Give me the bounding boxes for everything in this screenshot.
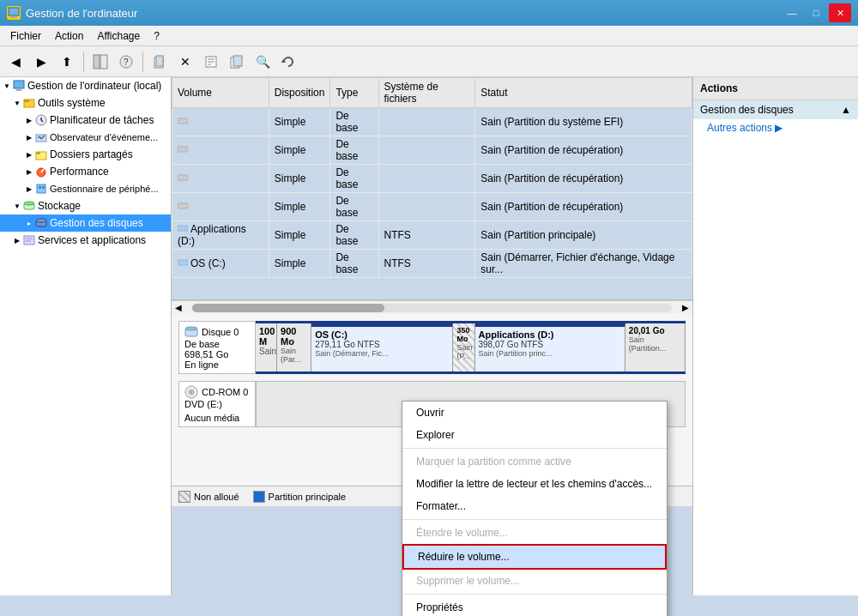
scroll-thumb[interactable] [192, 304, 384, 312]
table-row[interactable]: Simple De base Sain (Partition de récupé… [172, 165, 692, 193]
up-button[interactable]: ⬆ [55, 50, 79, 74]
properties-button[interactable] [199, 50, 223, 74]
show-hide-button[interactable] [88, 50, 112, 74]
help-button[interactable]: ? [114, 50, 138, 74]
actions-autres-arrow: ▶ [775, 122, 782, 134]
cell-statut: Sain (Partition de récupération) [475, 136, 692, 165]
sidebar-services[interactable]: ▶ Services et applications [0, 232, 171, 249]
delete-button[interactable]: ✕ [173, 50, 197, 74]
cell-volume [172, 165, 269, 193]
partition-apps[interactable]: Applications (D:) 398,07 Go NTFS Sain (P… [475, 323, 625, 371]
minimize-button[interactable]: — [781, 3, 803, 22]
col-fs[interactable]: Système de fichiers [378, 78, 475, 108]
cdrom0-name: CD-ROM 0 [202, 387, 248, 397]
actions-section-label: Gestion des disques [700, 104, 794, 116]
sidebar-gestion-disques[interactable]: ▸ Gestion des disques [0, 214, 171, 232]
svg-point-36 [36, 219, 46, 222]
menu-fichier[interactable]: Fichier [3, 28, 48, 44]
partition-900mo[interactable]: 900 Mo Sain (Par... [277, 323, 311, 371]
planif-arrow[interactable]: ▶ [24, 115, 34, 125]
actions-autres[interactable]: Autres actions ▶ [693, 119, 858, 136]
perf-arrow[interactable]: ▶ [24, 166, 34, 177]
sidebar-planificateur[interactable]: ▶ Planificateur de tâches [0, 112, 171, 129]
disk-table: Volume Disposition Type Système de fichi… [172, 77, 692, 278]
context-menu-item: Supprimer le volume... [402, 570, 667, 592]
partition-20go[interactable]: 20,01 Go Sain (Partition... [625, 323, 686, 371]
partition-100m[interactable]: 100 M Sain [256, 323, 277, 371]
partition-os[interactable]: OS (C:) 279,11 Go NTFS Sain (Démarrer, F… [311, 323, 453, 371]
window-controls[interactable]: — □ ✕ [781, 3, 851, 22]
sidebar-serv-label: Services et applications [38, 234, 146, 246]
actions-collapse-icon[interactable]: ▲ [841, 104, 851, 116]
disk-arrow[interactable]: ▸ [24, 218, 34, 228]
serv-arrow[interactable]: ▶ [12, 235, 22, 245]
legend-non-alloue: Non alloué [178, 491, 239, 503]
export-button[interactable] [148, 50, 172, 74]
svg-rect-1 [10, 16, 17, 18]
close-button[interactable]: ✕ [829, 3, 851, 22]
context-menu-item[interactable]: Réduire le volume... [402, 544, 667, 570]
table-row[interactable]: Applications (D:) Simple De base NTFS Sa… [172, 221, 692, 250]
cell-disposition: Simple [269, 250, 330, 278]
table-row[interactable]: Simple De base Sain (Partition de récupé… [172, 193, 692, 221]
sidebar-outils-systeme[interactable]: ▼ Outils système [0, 94, 171, 112]
svg-rect-45 [178, 260, 188, 265]
disk-icon [34, 216, 48, 230]
sidebar-performance[interactable]: ▶ Performance [0, 163, 171, 180]
scroll-track[interactable] [192, 304, 672, 312]
forward-button[interactable]: ▶ [29, 50, 53, 74]
disk0-status: En ligne [184, 359, 250, 370]
col-type[interactable]: Type [330, 78, 378, 108]
sidebar-observateur[interactable]: ▶ Observateur d'événeme... [0, 129, 171, 146]
col-disposition[interactable]: Disposition [269, 78, 330, 108]
cell-disposition: Simple [269, 193, 330, 221]
cell-disposition: Simple [269, 136, 330, 165]
menu-help[interactable]: ? [147, 28, 166, 44]
context-menu-item[interactable]: Formater... [402, 495, 667, 517]
scroll-right[interactable]: ▶ [679, 303, 692, 312]
menu-affichage[interactable]: Affichage [90, 28, 147, 44]
maximize-button[interactable]: □ [805, 3, 827, 22]
sidebar-stockage[interactable]: ▼ Stockage [0, 197, 171, 214]
table-row[interactable]: Simple De base Sain (Partition du systèm… [172, 108, 692, 136]
cell-type: De base [330, 165, 378, 193]
actions-header: Actions [693, 77, 858, 100]
svg-text:?: ? [124, 57, 129, 67]
obs-arrow[interactable]: ▶ [24, 132, 34, 142]
context-menu-item[interactable]: Propriétés [402, 596, 667, 616]
sep1 [83, 51, 84, 72]
col-volume[interactable]: Volume [172, 78, 269, 108]
col-statut[interactable]: Statut [475, 78, 692, 108]
back-button[interactable]: ◀ [3, 50, 27, 74]
doss-arrow[interactable]: ▶ [24, 149, 34, 160]
copy-button[interactable] [225, 50, 249, 74]
search-button[interactable]: 🔍 [251, 50, 275, 74]
cell-fs [378, 165, 475, 193]
context-menu-item[interactable]: Modifier la lettre de lecteur et les che… [402, 473, 667, 495]
context-menu-item[interactable]: Ouvrir [402, 402, 667, 424]
root-arrow[interactable]: ▼ [2, 81, 12, 91]
cell-statut: Sain (Démarrer, Fichier d'échange, Vidag… [475, 250, 692, 278]
sidebar-gestionnaire[interactable]: ▶ Gestionnaire de périphé... [0, 180, 171, 197]
stock-arrow[interactable]: ▼ [12, 201, 22, 211]
h-scrollbar[interactable]: ◀ ▶ [172, 300, 692, 314]
context-menu-item[interactable]: Explorer [402, 424, 667, 446]
refresh-button[interactable] [276, 50, 300, 74]
context-menu-item: Étendre le volume... [402, 522, 667, 544]
sidebar-dossiers[interactable]: ▶ Dossiers partagés [0, 146, 171, 163]
legend-partition-label: Partition principale [269, 492, 347, 502]
gest-arrow[interactable]: ▶ [24, 184, 34, 194]
table-row[interactable]: Simple De base Sain (Partition de récupé… [172, 136, 692, 165]
cell-type: De base [330, 136, 378, 165]
sidebar-root[interactable]: ▼ Gestion de l'ordinateur (local) [0, 77, 171, 94]
svg-rect-18 [24, 100, 29, 102]
table-row[interactable]: OS (C:) Simple De base NTFS Sain (Démarr… [172, 250, 692, 278]
actions-gestion-disques[interactable]: Gestion des disques ▲ [693, 100, 858, 119]
legend-non-alloue-box [178, 491, 190, 503]
scroll-left[interactable]: ◀ [172, 303, 185, 312]
gest-icon [34, 182, 48, 196]
outils-arrow[interactable]: ▼ [12, 98, 22, 108]
partition-350mo[interactable]: 350 Mo Sain (P... [453, 323, 474, 371]
menu-action[interactable]: Action [48, 28, 90, 44]
svg-rect-31 [39, 186, 41, 189]
